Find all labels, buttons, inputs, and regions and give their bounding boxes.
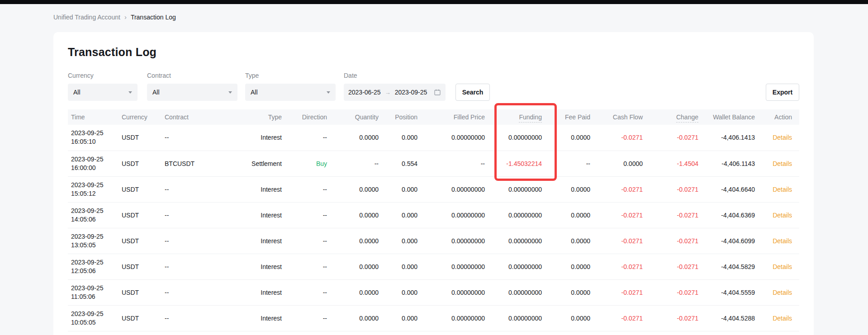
cell-type: Settlement xyxy=(223,151,282,176)
breadcrumb-parent-link[interactable]: Unified Trading Account xyxy=(53,14,120,21)
transaction-table: TimeCurrencyContractTypeDirectionQuantit… xyxy=(68,109,799,331)
details-link[interactable]: Details xyxy=(755,176,799,202)
cell-position: 0.000 xyxy=(379,279,417,305)
chevron-down-icon xyxy=(228,91,232,94)
column-header-funding[interactable]: Funding xyxy=(485,109,542,125)
breadcrumb: Unified Trading Account › Transaction Lo… xyxy=(53,13,176,21)
cell-direction: -- xyxy=(282,305,327,331)
cell-funding: 0.00000000 xyxy=(485,202,542,228)
cell-fee_paid: 0.0000 xyxy=(542,176,590,202)
cell-contract: -- xyxy=(161,279,223,305)
transaction-table-body: 2023-09-2516:05:10USDT--Interest--0.0000… xyxy=(68,125,799,331)
chevron-down-icon xyxy=(327,91,330,94)
cell-wallet_balance: -4,406.1413 xyxy=(698,125,755,151)
cell-currency: USDT xyxy=(119,125,161,151)
cell-currency: USDT xyxy=(119,228,161,254)
column-header-contract: Contract xyxy=(161,109,223,125)
cell-type: Interest xyxy=(223,125,282,151)
export-button[interactable]: Export xyxy=(766,84,799,101)
cell-wallet_balance: -4,404.6099 xyxy=(698,228,755,254)
details-link[interactable]: Details xyxy=(755,202,799,228)
cell-position: 0.000 xyxy=(379,202,417,228)
cell-currency: USDT xyxy=(119,151,161,176)
cell-quantity: 0.0000 xyxy=(327,176,379,202)
cell-time: 2023-09-2514:05:06 xyxy=(68,202,119,228)
filters-bar: Currency All Contract All Type All Date … xyxy=(68,72,799,101)
column-header-filled_price: Filled Price xyxy=(417,109,485,125)
date-end-value: 2023-09-25 xyxy=(395,89,427,96)
cell-direction: -- xyxy=(282,176,327,202)
column-header-currency: Currency xyxy=(119,109,161,125)
details-link[interactable]: Details xyxy=(755,254,799,279)
search-button[interactable]: Search xyxy=(455,84,490,101)
cell-contract: -- xyxy=(161,125,223,151)
cell-change: -0.0271 xyxy=(643,125,698,151)
currency-filter-label: Currency xyxy=(68,72,138,79)
cell-time: 2023-09-2513:05:05 xyxy=(68,228,119,254)
cell-cash_flow: -0.0271 xyxy=(590,305,643,331)
cell-direction: -- xyxy=(282,202,327,228)
cell-change: -0.0271 xyxy=(643,228,698,254)
cell-position: 0.000 xyxy=(379,228,417,254)
cell-change: -0.0271 xyxy=(643,254,698,279)
cell-filled_price: 0.00000000 xyxy=(417,305,485,331)
chevron-down-icon xyxy=(128,91,132,94)
table-row: 2023-09-2512:05:06USDT--Interest--0.0000… xyxy=(68,254,799,279)
table-row: 2023-09-2513:05:05USDT--Interest--0.0000… xyxy=(68,228,799,254)
cell-direction: Buy xyxy=(282,151,327,176)
cell-currency: USDT xyxy=(119,254,161,279)
type-select-value: All xyxy=(251,89,258,96)
cell-quantity: 0.0000 xyxy=(327,202,379,228)
column-header-quantity: Quantity xyxy=(327,109,379,125)
column-header-change[interactable]: Change xyxy=(643,109,698,125)
details-link[interactable]: Details xyxy=(755,151,799,176)
column-header-type: Type xyxy=(223,109,282,125)
date-filter-label: Date xyxy=(344,72,446,79)
contract-select-value: All xyxy=(152,89,160,96)
cell-contract: -- xyxy=(161,305,223,331)
transaction-log-card: Transaction Log Currency All Contract Al… xyxy=(53,32,814,335)
cell-cash_flow: 0.0000 xyxy=(590,151,643,176)
details-link[interactable]: Details xyxy=(755,125,799,151)
type-filter-label: Type xyxy=(245,72,336,79)
cell-direction: -- xyxy=(282,279,327,305)
date-start-value: 2023-06-25 xyxy=(348,89,381,96)
cell-position: 0.000 xyxy=(379,125,417,151)
cell-quantity: 0.0000 xyxy=(327,125,379,151)
date-range-input[interactable]: 2023-06-25 → 2023-09-25 xyxy=(344,84,446,101)
type-select[interactable]: All xyxy=(245,84,336,101)
cell-change: -0.0271 xyxy=(643,279,698,305)
details-link[interactable]: Details xyxy=(755,279,799,305)
column-header-position: Position xyxy=(379,109,417,125)
cell-cash_flow: -0.0271 xyxy=(590,279,643,305)
contract-filter-label: Contract xyxy=(147,72,237,79)
table-row: 2023-09-2514:05:06USDT--Interest--0.0000… xyxy=(68,202,799,228)
cell-contract: -- xyxy=(161,228,223,254)
contract-select[interactable]: All xyxy=(147,84,237,101)
cell-fee_paid: 0.0000 xyxy=(542,254,590,279)
cell-currency: USDT xyxy=(119,202,161,228)
column-header-wallet_balance: Wallet Balance xyxy=(698,109,755,125)
cell-direction: -- xyxy=(282,228,327,254)
currency-filter-group: Currency All xyxy=(68,72,138,101)
cell-cash_flow: -0.0271 xyxy=(590,202,643,228)
cell-quantity: 0.0000 xyxy=(327,279,379,305)
cell-filled_price: 0.00000000 xyxy=(417,254,485,279)
cell-position: 0.554 xyxy=(379,151,417,176)
cell-type: Interest xyxy=(223,279,282,305)
cell-fee_paid: -- xyxy=(542,151,590,176)
cell-filled_price: -- xyxy=(417,151,485,176)
cell-currency: USDT xyxy=(119,305,161,331)
cell-fee_paid: 0.0000 xyxy=(542,202,590,228)
page-title: Transaction Log xyxy=(68,46,799,59)
cell-position: 0.000 xyxy=(379,254,417,279)
column-header-action: Action xyxy=(755,109,799,125)
details-link[interactable]: Details xyxy=(755,305,799,331)
cell-time: 2023-09-2516:00:00 xyxy=(68,151,119,176)
cell-filled_price: 0.00000000 xyxy=(417,228,485,254)
details-link[interactable]: Details xyxy=(755,228,799,254)
table-row: 2023-09-2516:00:00USDTBTCUSDTSettlementB… xyxy=(68,151,799,176)
cell-time: 2023-09-2510:05:05 xyxy=(68,305,119,331)
breadcrumb-separator-icon: › xyxy=(124,13,127,21)
currency-select[interactable]: All xyxy=(68,84,138,101)
